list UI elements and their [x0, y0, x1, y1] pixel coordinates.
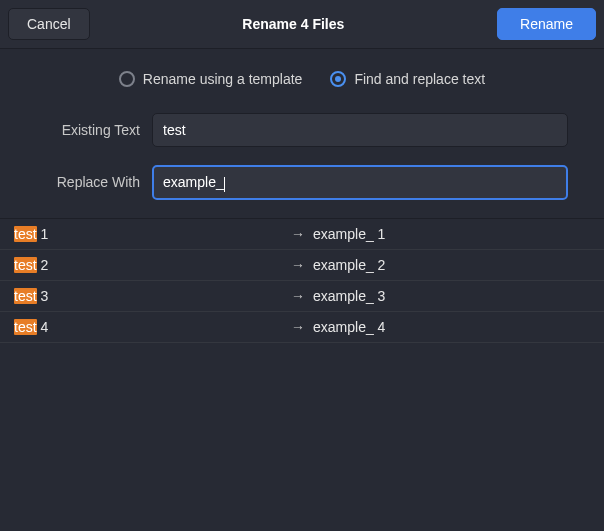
radio-icon [330, 71, 346, 87]
preview-row: test 3 → example_ 3 [0, 281, 604, 311]
replace-with-value: example_ [163, 174, 224, 190]
match-highlight: test [14, 226, 37, 242]
radio-icon [119, 71, 135, 87]
existing-text-input[interactable]: test [152, 113, 568, 147]
radio-find-replace[interactable]: Find and replace text [330, 71, 485, 87]
arrow-icon: → [291, 288, 313, 304]
match-highlight: test [14, 319, 37, 335]
preview-row: test 4 → example_ 4 [0, 312, 604, 342]
old-name: test 4 [14, 319, 291, 335]
new-name: example_ 4 [313, 319, 590, 335]
old-name: test 2 [14, 257, 291, 273]
new-name: example_ 1 [313, 226, 590, 242]
dialog-title: Rename 4 Files [242, 16, 344, 32]
arrow-icon: → [291, 257, 313, 273]
existing-text-label: Existing Text [0, 122, 140, 138]
old-name: test 1 [14, 226, 291, 242]
replace-with-input[interactable]: example_ [152, 165, 568, 200]
text-caret-icon [224, 177, 225, 192]
match-highlight: test [14, 257, 37, 273]
find-replace-form: Existing Text test Replace With example_ [0, 105, 604, 218]
new-name: example_ 2 [313, 257, 590, 273]
old-name: test 3 [14, 288, 291, 304]
match-highlight: test [14, 288, 37, 304]
dialog-header: Cancel Rename 4 Files Rename [0, 0, 604, 49]
rename-button[interactable]: Rename [497, 8, 596, 40]
cancel-button[interactable]: Cancel [8, 8, 90, 40]
replace-with-label: Replace With [0, 174, 140, 190]
radio-template-label: Rename using a template [143, 71, 303, 87]
arrow-icon: → [291, 319, 313, 335]
mode-selector: Rename using a template Find and replace… [0, 49, 604, 105]
preview-row: test 2 → example_ 2 [0, 250, 604, 280]
preview-row: test 1 → example_ 1 [0, 219, 604, 249]
preview-list: test 1 → example_ 1 test 2 → example_ 2 … [0, 218, 604, 343]
new-name: example_ 3 [313, 288, 590, 304]
radio-find-replace-label: Find and replace text [354, 71, 485, 87]
radio-template[interactable]: Rename using a template [119, 71, 303, 87]
arrow-icon: → [291, 226, 313, 242]
